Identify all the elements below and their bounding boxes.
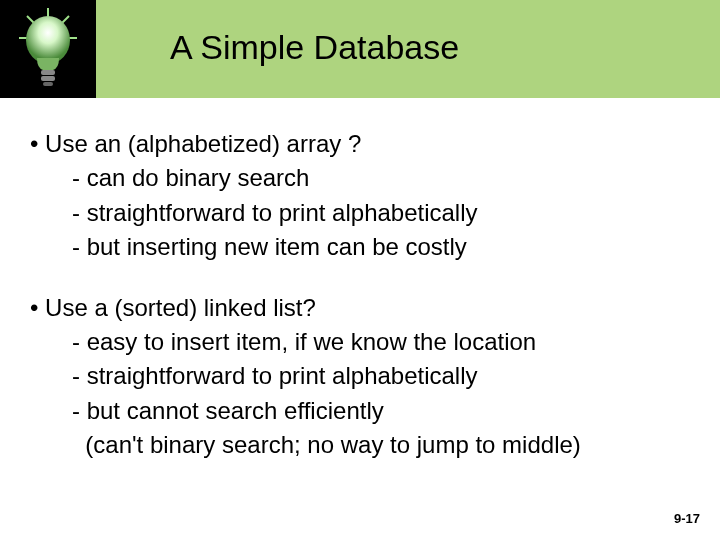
slide-title: A Simple Database [170,28,459,67]
bullet-sub: - straightforward to print alphabeticall… [30,197,690,229]
svg-rect-8 [43,82,53,86]
bullet-lead: • Use a (sorted) linked list? [30,292,690,324]
bullet-sub: - but inserting new item can be costly [30,231,690,263]
header-icon-box [0,0,96,98]
bullet-sub: - straightforward to print alphabeticall… [30,360,690,392]
bullet-sub: - can do binary search [30,162,690,194]
page-number: 9-17 [674,511,700,526]
bullet-group: • Use an (alphabetized) array ? - can do… [30,128,690,264]
svg-rect-7 [41,76,55,81]
bullet-sub: - easy to insert item, if we know the lo… [30,326,690,358]
bullet-sub: (can't binary search; no way to jump to … [30,429,690,461]
slide-header: A Simple Database [0,0,720,98]
slide-body: • Use an (alphabetized) array ? - can do… [0,98,720,462]
lightbulb-icon [13,4,83,94]
bullet-group: • Use a (sorted) linked list? - easy to … [30,292,690,462]
bullet-sub: - but cannot search efficiently [30,395,690,427]
svg-point-5 [26,16,70,64]
svg-rect-6 [41,70,55,75]
bullet-lead: • Use an (alphabetized) array ? [30,128,690,160]
